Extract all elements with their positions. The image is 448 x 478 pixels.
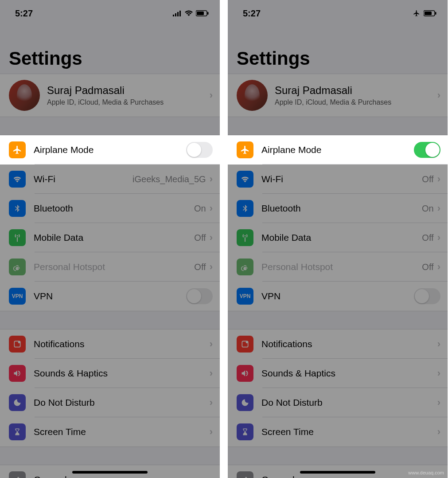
dnd-row[interactable]: Do Not Disturb › (228, 388, 448, 417)
home-indicator[interactable] (72, 471, 148, 474)
bluetooth-label: Bluetooth (34, 203, 194, 214)
chevron-right-icon: › (437, 173, 440, 185)
hotspot-label: Personal Hotspot (34, 262, 194, 272)
screentime-label: Screen Time (34, 427, 210, 437)
chevron-right-icon: › (437, 261, 440, 273)
hourglass-icon (9, 423, 26, 440)
notifications-row[interactable]: Notifications › (0, 329, 220, 359)
vpn-toggle[interactable] (186, 288, 213, 304)
gear-icon (9, 471, 26, 478)
mobile-data-label: Mobile Data (34, 232, 194, 243)
chevron-right-icon: › (437, 397, 440, 408)
wifi-row[interactable]: Wi-Fi Off › (228, 165, 448, 194)
wifi-icon (184, 10, 193, 16)
vpn-toggle[interactable] (414, 288, 440, 304)
svg-rect-6 (207, 12, 209, 15)
svg-rect-0 (173, 15, 174, 16)
bluetooth-value: On (194, 204, 206, 214)
watermark: www.deuaq.com (408, 470, 444, 475)
chevron-right-icon: › (210, 426, 213, 438)
phone-left: 5:27 Settings Suraj Padmasali Apple ID, … (0, 0, 220, 478)
svg-rect-2 (177, 12, 179, 16)
vpn-icon: VPN (9, 288, 26, 305)
phone-right: 5:27 Settings Suraj Padmasali Apple ID, … (228, 0, 448, 478)
notifications-label: Notifications (34, 339, 210, 349)
mobile-data-label: Mobile Data (261, 232, 422, 243)
profile-text: Suraj Padmasali Apple ID, iCloud, Media … (275, 84, 437, 106)
cell-signal-icon (173, 10, 182, 16)
moon-icon (237, 394, 253, 411)
hotspot-row[interactable]: Personal Hotspot Off › (0, 252, 220, 282)
bluetooth-label: Bluetooth (261, 203, 422, 214)
svg-point-8 (18, 341, 20, 343)
mobile-data-row[interactable]: Mobile Data Off › (0, 223, 220, 252)
airplane-toggle[interactable] (414, 142, 440, 158)
airplane-toggle[interactable] (186, 142, 213, 158)
dnd-label: Do Not Disturb (261, 397, 437, 408)
chevron-right-icon: › (210, 368, 213, 379)
profile-name: Suraj Padmasali (275, 84, 437, 97)
profile-sub: Apple ID, iCloud, Media & Purchases (275, 98, 437, 106)
status-icons (173, 10, 209, 16)
home-indicator[interactable] (300, 471, 375, 474)
airplane-icon (237, 141, 253, 158)
status-bar: 5:27 (0, 0, 220, 24)
svg-rect-3 (179, 11, 181, 16)
page-title: Settings (0, 24, 220, 74)
sounds-row[interactable]: Sounds & Haptics › (228, 359, 448, 388)
bluetooth-row[interactable]: Bluetooth On › (228, 194, 448, 223)
dnd-row[interactable]: Do Not Disturb › (0, 388, 220, 417)
airplane-label: Airplane Mode (34, 145, 186, 155)
sounds-icon (237, 365, 253, 382)
profile-text: Suraj Padmasali Apple ID, iCloud, Media … (47, 84, 210, 106)
hotspot-row[interactable]: Personal Hotspot Off › (228, 252, 448, 282)
profile-section: Suraj Padmasali Apple ID, iCloud, Media … (0, 74, 220, 117)
mobile-data-value: Off (194, 233, 206, 243)
notifications-row[interactable]: Notifications › (228, 329, 448, 359)
hourglass-icon (237, 423, 253, 440)
svg-point-13 (246, 341, 248, 343)
airplane-mode-row[interactable]: Airplane Mode (0, 135, 220, 165)
mobile-data-row[interactable]: Mobile Data Off › (228, 223, 448, 252)
connectivity-section: Airplane Mode Wi-Fi Off › Bluetooth On ›… (228, 135, 448, 311)
profile-row[interactable]: Suraj Padmasali Apple ID, iCloud, Media … (0, 74, 220, 117)
bluetooth-icon (237, 200, 253, 217)
chevron-right-icon: › (437, 203, 440, 214)
screentime-label: Screen Time (261, 427, 437, 437)
bluetooth-value: On (422, 204, 434, 214)
hotspot-label: Personal Hotspot (261, 262, 422, 272)
bluetooth-row[interactable]: Bluetooth On › (0, 194, 220, 223)
chevron-right-icon: › (210, 173, 213, 185)
battery-icon (196, 10, 209, 16)
hotspot-icon (237, 259, 253, 275)
notifications-icon (237, 336, 253, 353)
bluetooth-icon (9, 200, 26, 217)
page-title: Settings (228, 24, 448, 74)
status-time: 5:27 (243, 8, 261, 19)
vpn-label: VPN (261, 291, 414, 302)
chevron-right-icon: › (437, 338, 440, 350)
wifi-row[interactable]: Wi-Fi iGeeks_Media_5G › (0, 165, 220, 194)
chevron-right-icon: › (210, 397, 213, 408)
hotspot-icon (9, 259, 26, 275)
airplane-icon (9, 141, 26, 158)
hotspot-value: Off (422, 262, 433, 272)
chevron-right-icon: › (210, 203, 213, 214)
avatar (237, 80, 268, 111)
connectivity-section: Airplane Mode Wi-Fi iGeeks_Media_5G › Bl… (0, 135, 220, 311)
sounds-row[interactable]: Sounds & Haptics › (0, 359, 220, 388)
wifi-label: Wi-Fi (34, 174, 132, 184)
svg-rect-1 (175, 13, 176, 16)
vpn-row[interactable]: VPN VPN (228, 282, 448, 311)
screentime-row[interactable]: Screen Time › (0, 417, 220, 447)
vpn-row[interactable]: VPN VPN (0, 282, 220, 311)
sounds-icon (9, 365, 26, 382)
profile-section: Suraj Padmasali Apple ID, iCloud, Media … (228, 74, 448, 117)
chevron-right-icon: › (210, 474, 213, 478)
airplane-mode-row[interactable]: Airplane Mode (228, 135, 448, 165)
alerts-section: Notifications › Sounds & Haptics › Do No… (228, 329, 448, 447)
wifi-value: Off (422, 174, 433, 184)
profile-row[interactable]: Suraj Padmasali Apple ID, iCloud, Media … (228, 74, 448, 117)
screentime-row[interactable]: Screen Time › (228, 417, 448, 447)
wifi-value: iGeeks_Media_5G (132, 174, 206, 184)
